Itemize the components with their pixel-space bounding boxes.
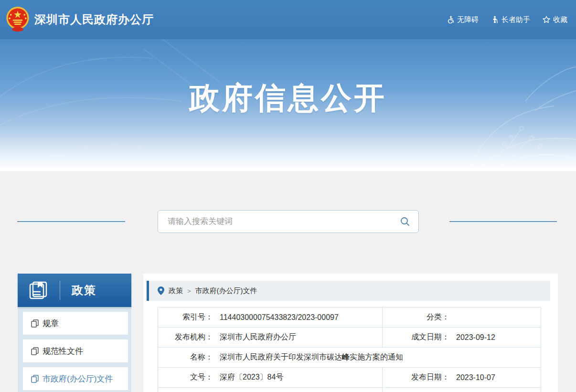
document-number-cell: 文号： 深府〔2023〕84号 [158, 368, 382, 387]
issuing-agency-label: 发布机构： [158, 332, 213, 342]
document-name-label: 名称： [158, 352, 213, 362]
breadcrumb-separator: > [187, 287, 191, 295]
date-published-value: 2023-10-07 [456, 373, 495, 382]
document-icon [31, 375, 39, 383]
sidebar-title: 政策 [72, 283, 96, 298]
category-cell: 分类： [382, 307, 541, 327]
date-published-label: 发布日期： [383, 372, 449, 382]
document-info-table: 索引号： 114403000075433823/2023-00097 分类： 发… [158, 307, 541, 392]
table-row-partial [158, 388, 541, 392]
elder-helper-link[interactable]: 长者助手 [491, 15, 530, 24]
breadcrumb-current: 市政府(办公厅)文件 [195, 286, 257, 296]
index-number-cell: 索引号： 114403000075433823/2023-00097 [158, 307, 382, 327]
sidebar-item-normative-documents[interactable]: 规范性文件 [23, 339, 128, 362]
document-icon [31, 319, 39, 328]
accessibility-link-label: 无障碍 [457, 15, 479, 24]
date-written-cell: 成文日期： 2023-09-12 [382, 328, 541, 347]
banner: 政府信息公开 [0, 39, 576, 171]
sidebar-header: 政策 [18, 274, 131, 307]
search-button[interactable] [397, 217, 418, 226]
highlighted-keyword: 峰 [342, 353, 350, 361]
location-pin-icon [158, 286, 164, 295]
breadcrumb-link-policy[interactable]: 政策 [169, 286, 183, 296]
document-name-value: 深圳市人民政府关于印发深圳市碳达峰实施方案的通知 [220, 352, 403, 362]
accessibility-link[interactable]: 无障碍 [447, 15, 479, 24]
favorite-link[interactable]: 收藏 [543, 15, 567, 24]
site-brand: 深圳市人民政府办公厅 [5, 6, 154, 33]
issuing-agency-value: 深圳市人民政府办公厅 [220, 332, 296, 342]
document-number-label: 文号： [158, 372, 213, 382]
category-label: 分类： [383, 312, 449, 322]
date-published-cell: 发布日期： 2023-10-07 [382, 368, 541, 387]
index-number-value: 114403000075433823/2023-00097 [220, 313, 339, 322]
page-title: 政府信息公开 [0, 39, 576, 119]
header-divider [60, 281, 60, 300]
table-row-agency: 发布机构： 深圳市人民政府办公厅 成文日期： 2023-09-12 [158, 328, 541, 348]
accessibility-icon [447, 16, 454, 23]
document-icon [31, 347, 39, 355]
sidebar-item-label: 规章 [43, 318, 59, 329]
page: 深圳市人民政府办公厅 无障碍 长者助手 [0, 0, 576, 392]
topbar: 深圳市人民政府办公厅 无障碍 长者助手 [0, 0, 576, 39]
index-number-label: 索引号： [158, 312, 213, 322]
table-row-name: 名称： 深圳市人民政府关于印发深圳市碳达峰实施方案的通知 [158, 348, 541, 368]
national-emblem-logo [5, 6, 31, 33]
content-section: 政策 规章 规范性文件 市政 [0, 171, 576, 392]
sidebar-item-regulations[interactable]: 规章 [23, 312, 128, 335]
site-title: 深圳市人民政府办公厅 [34, 12, 154, 27]
date-written-label: 成文日期： [383, 332, 449, 342]
book-icon [28, 280, 48, 300]
table-row-docnum: 文号： 深府〔2023〕84号 发布日期： 2023-10-07 [158, 368, 541, 388]
sidebar-item-label: 市政府(办公厅)文件 [43, 373, 113, 384]
topbar-links: 无障碍 长者助手 收藏 [447, 15, 567, 24]
elder-helper-link-label: 长者助手 [501, 15, 530, 24]
main-panel: 政策 > 市政府(办公厅)文件 索引号： 114403000075433823/… [143, 274, 558, 392]
breadcrumb: 政策 > 市政府(办公厅)文件 [147, 281, 550, 301]
decorative-line-left [17, 221, 125, 222]
sidebar-item-label: 规范性文件 [43, 346, 83, 357]
table-row-index: 索引号： 114403000075433823/2023-00097 分类： [158, 307, 541, 328]
document-name-cell: 名称： 深圳市人民政府关于印发深圳市碳达峰实施方案的通知 [158, 348, 541, 367]
star-icon [543, 16, 550, 23]
decorative-line-right [449, 221, 557, 222]
favorite-link-label: 收藏 [553, 15, 567, 24]
document-number-value: 深府〔2023〕84号 [220, 372, 283, 382]
sidebar-item-municipal-documents[interactable]: 市政府(办公厅)文件 [23, 367, 128, 390]
issuing-agency-cell: 发布机构： 深圳市人民政府办公厅 [158, 328, 382, 347]
search-icon [400, 217, 410, 226]
search-box [158, 210, 419, 233]
search-input[interactable] [158, 211, 397, 233]
sidebar: 政策 规章 规范性文件 市政 [18, 274, 131, 392]
date-written-value: 2023-09-12 [456, 333, 495, 342]
elder-person-icon [491, 16, 499, 23]
